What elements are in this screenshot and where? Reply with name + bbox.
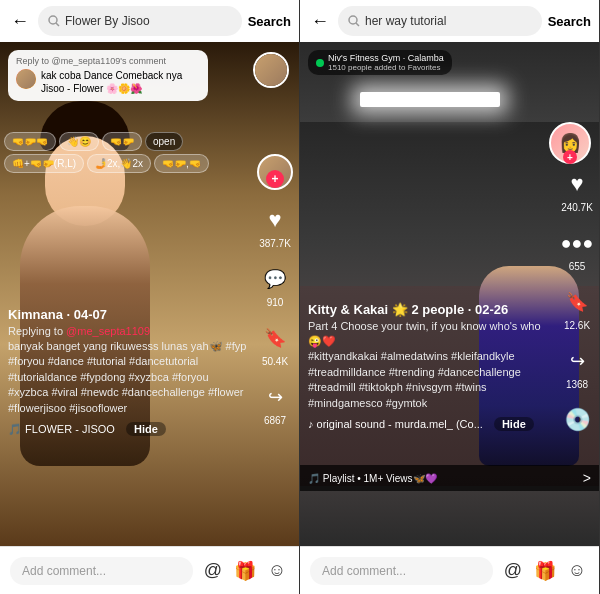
emoji-btn-rl[interactable]: 👊+🤜🤛(R,L) xyxy=(4,154,84,173)
comment-action-right[interactable]: ●●● 655 xyxy=(561,227,593,272)
share-count: 6867 xyxy=(264,415,286,426)
action-buttons-left: + ♥ 387.7K 💬 910 🔖 50.4K ↪ 6867 xyxy=(257,154,293,426)
location-tag: Niv's Fitness Gym · Calamba 1510 people … xyxy=(308,50,452,75)
location-sub: 1510 people added to Favorites xyxy=(328,63,444,72)
like-action-right[interactable]: ♥ 240.7K xyxy=(561,168,593,213)
bookmark-icon: 🔖 xyxy=(259,322,291,354)
video-username-right: Kitty & Kakai 🌟 2 people · 02-26 xyxy=(308,302,549,317)
right-search-query: her way tutorial xyxy=(365,14,446,28)
bookmark-action[interactable]: 🔖 50.4K xyxy=(259,322,291,367)
emoji-btn-2x[interactable]: 🤳2x,👋2x xyxy=(87,154,151,173)
video-description-right: Part 4 Choose your twin, if you know who… xyxy=(308,319,549,411)
svg-point-2 xyxy=(349,16,357,24)
follow-avatar-item[interactable]: + xyxy=(257,154,293,190)
video-overlay-left: Kimnana · 04-07 Replying to @me_septa110… xyxy=(8,307,249,436)
share-action[interactable]: ↪ 6867 xyxy=(259,381,291,426)
svg-line-1 xyxy=(56,23,59,26)
hide-button-right[interactable]: Hide xyxy=(494,417,534,431)
heart-icon: ♥ xyxy=(259,204,291,236)
emoji-btn-combo[interactable]: 🤜🤛,🤜 xyxy=(154,154,209,173)
emoji-btn-3[interactable]: 🤜🤛 xyxy=(102,132,142,151)
share-icon-right: ↪ xyxy=(561,345,593,377)
like-count: 387.7K xyxy=(259,238,291,249)
comment-count-right: 655 xyxy=(569,261,586,272)
bookmark-action-right[interactable]: 🔖 12.6K xyxy=(561,286,593,331)
left-top-bar: ← Flower By Jisoo Search xyxy=(0,0,299,42)
video-description: Replying to @me_septa1109banyak banget y… xyxy=(8,324,249,416)
comment-bubble: Reply to @me_septa1109's comment kak cob… xyxy=(8,50,208,101)
top-right-avatar[interactable] xyxy=(253,52,289,88)
emoji-icon-right[interactable]: ☺ xyxy=(565,559,589,583)
left-back-button[interactable]: ← xyxy=(8,9,32,33)
song-label-right: ♪ original sound - murda.mel_ (Co... Hid… xyxy=(308,417,549,431)
emoji-btn-1[interactable]: 🤜🤛🤜 xyxy=(4,132,56,151)
search-icon xyxy=(48,15,60,27)
comment-icon: 💬 xyxy=(259,263,291,295)
kitty-avatar[interactable]: 👩 + xyxy=(549,122,591,164)
comment-count: 910 xyxy=(267,297,284,308)
comment-action[interactable]: 💬 910 xyxy=(259,263,291,308)
right-search-bar[interactable]: her way tutorial xyxy=(338,6,542,36)
emoji-btn-2[interactable]: 👋😊 xyxy=(59,132,99,151)
comment-user-avatar xyxy=(16,69,36,89)
left-bottom-bar: Add comment... @ 🎁 ☺ xyxy=(0,546,299,594)
kitty-avatar-image: 👩 + xyxy=(549,122,591,164)
left-search-query: Flower By Jisoo xyxy=(65,14,150,28)
svg-line-3 xyxy=(356,23,359,26)
emoji-row-2: 👊+🤜🤛(R,L) 🤳2x,👋2x 🤜🤛,🤜 xyxy=(4,154,209,173)
music-disc-action[interactable]: 💿 xyxy=(561,404,593,436)
right-video-area: Niv's Fitness Gym · Calamba 1510 people … xyxy=(300,42,599,546)
video-overlay-right: Kitty & Kakai 🌟 2 people · 02-26 Part 4 … xyxy=(308,302,549,431)
share-icon: ↪ xyxy=(259,381,291,413)
left-video-area: Reply to @me_septa1109's comment kak cob… xyxy=(0,42,299,546)
bookmark-icon-right: 🔖 xyxy=(561,286,593,318)
right-back-button[interactable]: ← xyxy=(308,9,332,33)
search-icon-right xyxy=(348,15,360,27)
add-comment-input-left[interactable]: Add comment... xyxy=(10,557,193,585)
location-dot-icon xyxy=(316,59,324,67)
emoji-btn-open[interactable]: open xyxy=(145,132,183,151)
share-count-right: 1368 xyxy=(566,379,588,390)
gift-icon-right[interactable]: 🎁 xyxy=(533,559,557,583)
playlist-bar[interactable]: 🎵 Playlist • 1M+ Views🦋💜 > xyxy=(300,465,599,491)
svg-point-0 xyxy=(49,16,57,24)
right-bottom-bar: Add comment... @ 🎁 ☺ xyxy=(300,546,599,594)
like-action[interactable]: ♥ 387.7K xyxy=(259,204,291,249)
add-comment-input-right[interactable]: Add comment... xyxy=(310,557,493,585)
like-count-right: 240.7K xyxy=(561,202,593,213)
emoji-button-group: 🤜🤛🤜 👋😊 🤜🤛 open 👊+🤜🤛(R,L) 🤳2x,👋2x 🤜🤛,🤜 xyxy=(4,132,209,173)
bookmark-count-right: 12.6K xyxy=(564,320,590,331)
bookmark-count: 50.4K xyxy=(262,356,288,367)
song-label: 🎵 FLOWER - JISOO Hide xyxy=(8,422,249,436)
gym-fluorescent-light xyxy=(360,92,500,107)
follow-plus-button[interactable]: + xyxy=(266,170,284,188)
left-search-bar[interactable]: Flower By Jisoo xyxy=(38,6,242,36)
kitty-follow-plus[interactable]: + xyxy=(563,150,577,164)
at-icon-right[interactable]: @ xyxy=(501,559,525,583)
share-action-right[interactable]: ↪ 1368 xyxy=(561,345,593,390)
comment-text: kak coba Dance Comeback nya Jisoo - Flow… xyxy=(41,69,200,95)
right-top-bar: ← her way tutorial Search xyxy=(300,0,599,42)
location-name: Niv's Fitness Gym · Calamba xyxy=(328,53,444,63)
hide-button-left[interactable]: Hide xyxy=(126,422,166,436)
gift-icon-left[interactable]: 🎁 xyxy=(233,559,257,583)
right-search-button[interactable]: Search xyxy=(548,14,591,29)
music-disc-icon: 💿 xyxy=(561,404,593,436)
emoji-row-1: 🤜🤛🤜 👋😊 🤜🤛 open xyxy=(4,132,209,151)
video-username: Kimnana · 04-07 xyxy=(8,307,249,322)
at-icon-left[interactable]: @ xyxy=(201,559,225,583)
action-buttons-right: ♥ 240.7K ●●● 655 🔖 12.6K ↪ 1368 💿 xyxy=(561,168,593,436)
left-search-button[interactable]: Search xyxy=(248,14,291,29)
comment-icon-right: ●●● xyxy=(561,227,593,259)
playlist-text: 🎵 Playlist • 1M+ Views🦋💜 xyxy=(308,473,437,484)
playlist-chevron-icon: > xyxy=(583,470,591,486)
emoji-icon-left[interactable]: ☺ xyxy=(265,559,289,583)
right-panel: ← her way tutorial Search Niv's Fitness … xyxy=(300,0,600,594)
left-panel: ← Flower By Jisoo Search Reply to @me_se… xyxy=(0,0,300,594)
heart-icon-right: ♥ xyxy=(561,168,593,200)
comment-reply-label: Reply to @me_septa1109's comment xyxy=(16,56,200,66)
